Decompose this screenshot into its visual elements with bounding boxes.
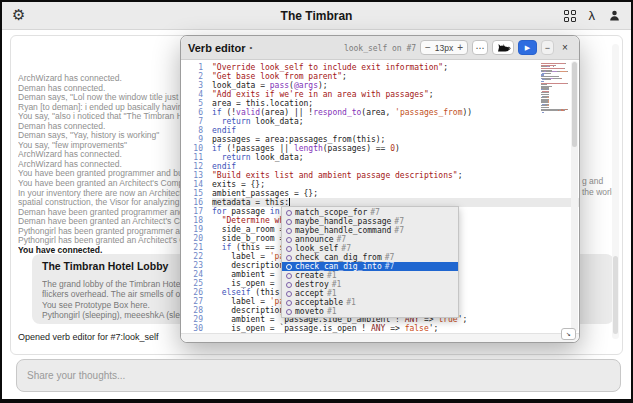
chat-line: Ryan [to deman]: i ended up basically ha… (18, 103, 181, 113)
chat-line: ArchWizard has connected. (18, 150, 181, 160)
code-line[interactable]: 6if (!valid(area) || !respond_to(area, '… (181, 108, 579, 117)
autocomplete-item[interactable]: look_self#7 (282, 244, 458, 253)
line-number: 19 (181, 225, 203, 234)
code-line[interactable]: 9passages = area:passages_from(this); (181, 135, 579, 144)
verb-editor-window[interactable]: Verb editor • look_self on #7 − 13px + ⋯ (180, 35, 580, 343)
line-number: 1 (181, 63, 203, 72)
chat-line: Deman have been granted an Architect's C… (18, 217, 181, 227)
autocomplete-item[interactable]: maybe_handle_command#7 (282, 226, 458, 235)
resize-handle-icon[interactable]: ↘ (561, 328, 576, 340)
main-area: ArchWizard has connected.Deman has conne… (2, 30, 631, 399)
verb-icon (286, 300, 292, 306)
verb-icon (286, 273, 292, 279)
autocomplete-item[interactable]: moveto#1 (282, 307, 458, 316)
verb-editor-titlebar[interactable]: Verb editor • look_self on #7 − 13px + ⋯ (181, 36, 579, 60)
code-line[interactable]: 1"Override look_self to include exit inf… (181, 63, 579, 72)
app-title: The Timbran (2, 9, 631, 23)
line-number: 15 (181, 189, 203, 198)
chat-input[interactable] (16, 359, 621, 392)
chat-line: You say, "few improvements" (18, 141, 181, 151)
minimap[interactable] (541, 63, 571, 113)
chat-line: You have been granted an Architect's Com… (18, 179, 181, 189)
line-number: 10 (181, 144, 203, 153)
line-number: 4 (181, 90, 203, 99)
apps-icon[interactable] (564, 10, 576, 22)
line-number: 28 (181, 306, 203, 315)
gear-icon[interactable]: ⚙ (12, 8, 25, 23)
chat-line: ArchWizard has connected. (18, 160, 181, 170)
minimize-button[interactable]: − (541, 40, 554, 55)
font-size-stepper[interactable]: − 13px + (420, 40, 468, 55)
code-area[interactable]: 1"Override look_self to include exit inf… (181, 60, 579, 342)
autocomplete-item[interactable]: check_can_dig_into#7 (282, 262, 458, 271)
lambda-icon[interactable]: λ (589, 9, 596, 22)
chat-line: Deman has connected. (18, 84, 181, 94)
autocomplete-item[interactable]: accept#1 (282, 289, 458, 298)
code-line[interactable]: 5area = this.location; (181, 99, 579, 108)
line-number: 25 (181, 279, 203, 288)
autocomplete-popup[interactable]: match_scope_for#7maybe_handle_passage#7m… (281, 206, 459, 318)
code-line[interactable]: 14exits = {}; (181, 180, 579, 189)
font-decrease-button[interactable]: − (425, 43, 431, 53)
font-increase-button[interactable]: + (457, 43, 463, 53)
editor-bottom-strip (181, 333, 579, 342)
more-options-button[interactable]: ⋯ (472, 40, 488, 55)
line-number: 13 (181, 171, 203, 180)
run-compile-button[interactable]: ▶ (518, 40, 537, 55)
line-number: 11 (181, 153, 203, 162)
cat-icon-button[interactable] (492, 40, 514, 55)
line-number: 2 (181, 72, 203, 81)
code-line[interactable]: 8endif (181, 126, 579, 135)
code-line[interactable]: 12endif (181, 162, 579, 171)
code-line[interactable]: 2"Get base look from parent"; (181, 72, 579, 81)
verb-editor-title: Verb editor (188, 42, 245, 54)
line-number: 29 (181, 315, 203, 324)
app-window: ⚙ The Timbran λ ArchWizard has connected… (0, 0, 633, 403)
chat-scrollbar[interactable] (612, 44, 619, 339)
autocomplete-item[interactable]: check_can_dig_from#7 (282, 253, 458, 262)
verb-icon (286, 237, 292, 243)
room-description-line: The grand lobby of the Timbran Hotel, ca… (42, 279, 186, 289)
autocomplete-item[interactable]: match_scope_for#7 (282, 208, 458, 217)
verb-icon (286, 264, 292, 270)
code-line[interactable]: 11 return look_data; (181, 153, 579, 162)
autocomplete-item[interactable]: destroy#1 (282, 280, 458, 289)
autocomplete-item[interactable]: acceptable#1 (282, 298, 458, 307)
user-icon[interactable] (608, 9, 621, 22)
line-number: 17 (181, 207, 203, 216)
editor-scrollbar-thumb[interactable] (572, 62, 577, 147)
code-line[interactable]: 3look_data = pass(@args); (181, 81, 579, 90)
line-number: 30 (181, 324, 203, 333)
code-line[interactable]: 4"Add exits if we're in an area with pas… (181, 90, 579, 99)
composer (16, 359, 621, 392)
code-line[interactable]: 13"Build exits list and ambient passage … (181, 171, 579, 180)
chat-line: Deman have been granted programmer and b… (18, 208, 181, 218)
close-icon[interactable]: × (558, 40, 572, 55)
chat-line: Deman says, "Lol now the window title ju… (18, 93, 181, 103)
line-number: 22 (181, 252, 203, 261)
code-line[interactable]: 30 is_open = `passage.is_open ! ANY => f… (181, 324, 579, 333)
chat-line: Pythongirl has been granted an Architect… (18, 236, 181, 246)
unsaved-dot-icon: • (249, 43, 252, 52)
editor-scrollbar[interactable] (571, 61, 578, 332)
chat-line: Pythongirl has been granted programmer a… (18, 227, 181, 237)
chat-log: ArchWizard has connected.Deman has conne… (18, 74, 181, 255)
verb-icon (286, 228, 292, 234)
code-line[interactable]: 7 return look_data; (181, 117, 579, 126)
chat-line: You have been granted programmer and bui… (18, 169, 181, 179)
autocomplete-item[interactable]: create#1 (282, 271, 458, 280)
chat-line: Deman has connected. (18, 122, 181, 132)
verb-icon (286, 255, 292, 261)
autocomplete-item[interactable]: announce#7 (282, 235, 458, 244)
status-message: Opened verb editor for #7:look_self (18, 332, 159, 342)
autocomplete-item[interactable]: maybe_handle_passage#7 (282, 217, 458, 226)
line-number: 6 (181, 108, 203, 117)
chat-scrollbar-thumb[interactable] (613, 256, 618, 334)
room-description-line: Pythongirl (sleeping), meeeshkA (sleepin… (42, 310, 186, 320)
code-line[interactable]: 15ambient_passages = {}; (181, 189, 579, 198)
verb-icon (286, 309, 292, 315)
line-number: 8 (181, 126, 203, 135)
verb-icon (286, 210, 292, 216)
verb-icon (286, 291, 292, 297)
code-line[interactable]: 10if (!passages || length(passages) == 0… (181, 144, 579, 153)
